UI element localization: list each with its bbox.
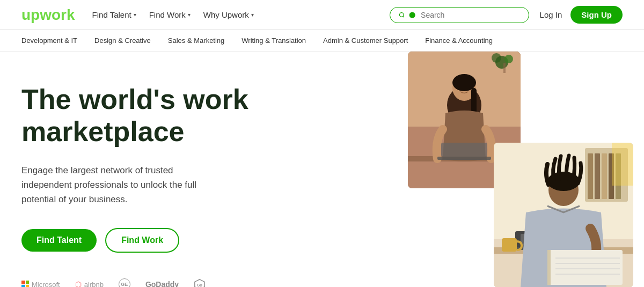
header-actions: Log In Sign Up <box>540 6 623 24</box>
airbnb-icon: ⬡ <box>75 280 82 287</box>
chevron-down-icon: ▾ <box>188 12 191 18</box>
logo-up: up <box>21 6 40 23</box>
svg-rect-35 <box>547 250 551 285</box>
hero-image-2 <box>494 143 633 287</box>
svg-rect-23 <box>602 153 607 199</box>
svg-rect-13 <box>441 143 487 157</box>
svg-text:GD: GD <box>197 283 202 287</box>
subnav-admin[interactable]: Admin & Customer Support <box>323 36 408 45</box>
search-icon <box>399 11 405 19</box>
microsoft-icon <box>21 281 29 287</box>
svg-point-16 <box>492 53 501 63</box>
hero-subtitle: Engage the largest network of trusted in… <box>21 163 225 207</box>
airbnb-logo: ⬡ airbnb <box>75 280 104 287</box>
hero-content: The world's work marketplace Engage the … <box>21 51 322 287</box>
svg-point-0 <box>399 12 404 17</box>
glassdoor-logo: GD <box>194 278 206 287</box>
glassdoor-icon: GD <box>194 278 206 287</box>
airbnb-label: airbnb <box>84 281 104 287</box>
hero-section: The world's work marketplace Engage the … <box>0 51 644 287</box>
logo[interactable]: upwork <box>21 6 75 24</box>
chevron-down-icon: ▾ <box>251 12 254 18</box>
svg-rect-17 <box>503 63 506 73</box>
nav-why-upwork[interactable]: Why Upwork ▾ <box>203 10 254 19</box>
search-input[interactable] <box>421 11 520 19</box>
find-work-button[interactable]: Find Work <box>105 228 179 253</box>
svg-point-15 <box>504 55 513 63</box>
login-button[interactable]: Log In <box>540 10 562 19</box>
subnav-finance[interactable]: Finance & Accounting <box>425 36 493 45</box>
svg-rect-41 <box>612 143 633 186</box>
godaddy-label: GoDaddy <box>145 280 179 287</box>
hero-buttons: Find Talent Find Work <box>21 228 322 253</box>
ge-icon: GE <box>119 278 130 287</box>
chevron-down-icon: ▾ <box>134 12 136 18</box>
svg-rect-21 <box>588 153 593 199</box>
person-writing-icon <box>494 143 633 287</box>
header: upwork Find Talent ▾ Find Work ▾ Why Upw… <box>0 0 644 30</box>
nav-find-work[interactable]: Find Work ▾ <box>149 10 191 19</box>
ge-logo: GE <box>119 278 130 287</box>
svg-rect-34 <box>547 250 623 285</box>
signup-button[interactable]: Sign Up <box>570 6 623 24</box>
microsoft-label: Microsoft <box>32 281 60 287</box>
svg-rect-12 <box>437 157 491 160</box>
subnav-design[interactable]: Design & Creative <box>94 36 151 45</box>
subnav-development[interactable]: Development & IT <box>21 36 77 45</box>
svg-rect-22 <box>595 153 600 199</box>
microsoft-logo: Microsoft <box>21 281 60 287</box>
main-nav: Find Talent ▾ Find Work ▾ Why Upwork ▾ <box>92 10 390 19</box>
subnav-writing[interactable]: Writing & Translation <box>241 36 306 45</box>
hero-title: The world's work marketplace <box>21 84 322 148</box>
find-talent-button[interactable]: Find Talent <box>21 229 97 252</box>
sub-nav: Development & IT Design & Creative Sales… <box>0 30 644 51</box>
brand-logos: Microsoft ⬡ airbnb GE GoDaddy GD <box>21 278 322 287</box>
svg-line-1 <box>403 16 404 17</box>
search-filter-dot: ⬤ <box>409 11 415 18</box>
svg-rect-40 <box>502 238 517 252</box>
logo-work: work <box>40 6 75 23</box>
search-bar: ⬤ <box>390 7 529 23</box>
godaddy-logo: GoDaddy <box>145 280 179 287</box>
nav-find-talent[interactable]: Find Talent ▾ <box>92 10 136 19</box>
hero-images <box>386 51 644 287</box>
subnav-sales[interactable]: Sales & Marketing <box>168 36 225 45</box>
